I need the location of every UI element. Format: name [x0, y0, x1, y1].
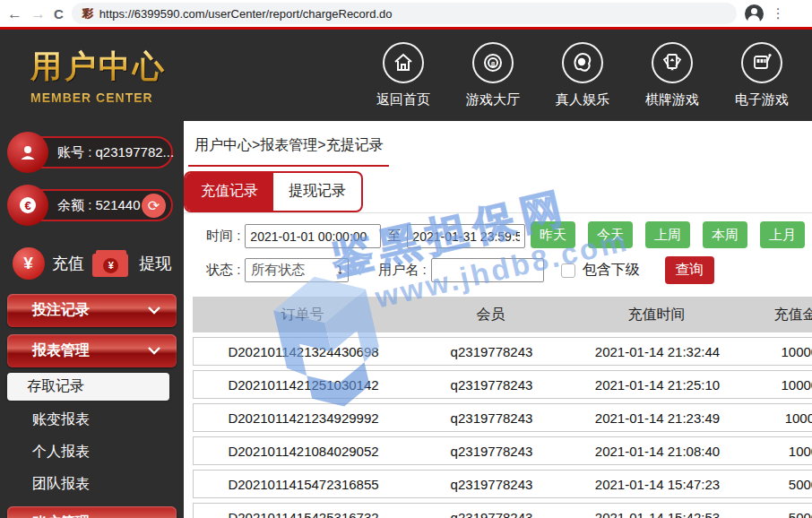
nav-item-home[interactable]: 返回首页 — [376, 42, 430, 108]
withdraw-label: 提现 — [139, 253, 171, 274]
cell-recharge-time: 2021-01-14 21:25:10 — [570, 377, 745, 393]
table-row[interactable]: D2021011421234929992 q2319778243 2021-01… — [193, 403, 812, 432]
menu-label: 报表管理 — [32, 341, 90, 360]
svg-text:8: 8 — [491, 60, 496, 68]
sidebar-item-deposit-withdraw-records[interactable]: 存取记录 — [7, 373, 169, 401]
table-row[interactable]: D2021011421251030142 q2319778243 2021-01… — [193, 370, 812, 399]
today-button[interactable]: 今天 — [588, 221, 633, 248]
yuan-coin-icon: ¥ — [13, 247, 45, 280]
status-select[interactable]: 所有状态 ⤵ — [245, 258, 349, 282]
menu-label: 账户管理 — [32, 514, 90, 518]
table-row[interactable]: D2021011421084029052 q2319778243 2021-01… — [193, 436, 812, 465]
site-logo: 用户中心 MEMBER CENTER — [30, 46, 167, 105]
time-to-input[interactable] — [407, 224, 525, 248]
cell-order-no: D2021011421234929992 — [194, 410, 413, 426]
sidebar-item-bet-records[interactable]: 投注记录 — [7, 294, 177, 327]
filter-row-status: 状态 : 所有状态 ⤵ 用户名 : 包含下级 查询 — [206, 257, 812, 283]
record-tabs: 充值记录 提现记录 — [184, 171, 363, 212]
cell-member: q2319778243 — [413, 344, 570, 359]
yesterday-button[interactable]: 昨天 — [531, 221, 575, 248]
sidebar: 账号 : q23197782... € 余额 : 521440 ⟳ ¥ 充值 ¥… — [0, 121, 184, 518]
withdraw-button[interactable]: ¥ 提现 — [92, 250, 171, 278]
browser-back-icon[interactable]: ← — [7, 6, 22, 22]
cell-recharge-time: 2021-01-14 15:42:53 — [570, 510, 745, 518]
nav-item-label: 游戏大厅 — [466, 91, 520, 108]
sidebar-item-team-report[interactable]: 团队报表 — [13, 469, 171, 499]
sidebar-item-personal-report[interactable]: 个人报表 — [13, 436, 171, 467]
cell-member: q2319778243 — [413, 410, 570, 426]
username-label: 用户名 : — [378, 262, 426, 279]
table-row[interactable]: D2021011415425316732 q2319778243 2021-01… — [193, 503, 812, 518]
refresh-balance-icon[interactable]: ⟳ — [142, 194, 166, 218]
url-text: https://6399590.com/userCenter/report/ch… — [99, 7, 393, 21]
account-pill: 账号 : q23197782... — [7, 132, 175, 173]
recharge-button[interactable]: ¥ 充值 — [13, 247, 84, 280]
last-month-button[interactable]: 上月 — [760, 221, 805, 248]
chevron-down-icon — [148, 306, 160, 315]
top-nav: 返回首页 8 游戏大厅 真人娱乐 棋牌游戏 电子游戏 — [376, 42, 812, 108]
cell-member: q2319778243 — [413, 377, 570, 393]
cell-member: q2319778243 — [413, 510, 570, 518]
status-value: 所有状态 — [251, 262, 305, 279]
cell-order-no: D2021011421084029052 — [194, 444, 413, 459]
sidebar-actions: ¥ 充值 ¥ 提现 — [4, 247, 180, 280]
browser-toolbar: ← → C 彩 https://6399590.com/userCenter/r… — [0, 0, 812, 27]
last-week-button[interactable]: 上周 — [645, 221, 690, 248]
browser-reload-icon[interactable]: C — [54, 6, 64, 22]
tab-recharge-records[interactable]: 充值记录 — [186, 173, 273, 211]
address-bar[interactable]: 彩 https://6399590.com/userCenter/report/… — [72, 3, 737, 24]
breadcrumb-underline — [188, 165, 389, 167]
cell-member: q2319778243 — [413, 477, 570, 492]
nav-item-label: 真人娱乐 — [556, 91, 609, 108]
menu-label: 个人报表 — [32, 443, 90, 462]
cell-recharge-amount: 5000 — [745, 477, 812, 492]
cell-member: q2319778243 — [413, 444, 570, 459]
wallet-icon: ¥ — [92, 250, 132, 278]
nav-item-slots[interactable]: 电子游戏 — [735, 42, 789, 108]
menu-label: 存取记录 — [27, 377, 84, 396]
tab-withdraw-records[interactable]: 提现记录 — [273, 173, 361, 211]
filter-panel: 时间 : 至 昨天 今天 上周 本周 上月 状态 : 所有状态 ⤵ — [184, 213, 812, 292]
menu-label: 团队报表 — [32, 475, 90, 494]
to-label: 至 — [387, 228, 401, 245]
col-order-no: 订单号 — [193, 306, 412, 324]
sidebar-item-report-management[interactable]: 报表管理 — [7, 334, 177, 367]
table-header-row: 订单号 会员 充值时间 充值金额 — [193, 297, 812, 332]
main-content: 鉴黑担保网 www.jhdb8.com 用户中心>报表管理>充提记录 充值记录 … — [184, 121, 812, 518]
cell-order-no: D2021011421251030142 — [194, 377, 413, 393]
time-from-input[interactable] — [245, 224, 381, 248]
table-row[interactable]: D2021011415472316855 q2319778243 2021-01… — [193, 470, 812, 498]
table-row[interactable]: D2021011421324430698 q2319778243 2021-01… — [193, 337, 812, 366]
cell-recharge-time: 2021-01-14 21:08:40 — [570, 444, 745, 459]
nav-item-board-games[interactable]: 棋牌游戏 — [645, 42, 699, 108]
live-dealer-icon — [562, 42, 603, 83]
menu-label: 账变报表 — [32, 410, 90, 429]
cell-recharge-amount: 100000 — [745, 344, 812, 359]
home-icon — [383, 42, 424, 83]
browser-forward-icon[interactable]: → — [30, 6, 46, 22]
sidebar-item-account-management[interactable]: 账户管理 — [7, 506, 177, 518]
breadcrumb: 用户中心>报表管理>充提记录 — [184, 121, 812, 155]
logo-subtitle: MEMBER CENTER — [30, 91, 167, 105]
browser-profile-icon[interactable] — [745, 4, 764, 23]
cell-order-no: D2021011421324430698 — [194, 344, 413, 359]
chevron-down-icon — [148, 347, 160, 355]
nav-item-live-casino[interactable]: 真人娱乐 — [556, 42, 609, 108]
sidebar-item-account-change-report[interactable]: 账变报表 — [13, 404, 171, 435]
browser-menu-icon[interactable]: ⋮ — [772, 5, 785, 22]
cell-order-no: D2021011415425316732 — [194, 510, 413, 518]
include-subordinates-checkbox[interactable] — [561, 263, 575, 278]
col-member: 会员 — [412, 306, 569, 324]
this-week-button[interactable]: 本周 — [703, 221, 747, 248]
chevron-down-icon: ⤵ — [337, 263, 343, 277]
balance-pill: € 余额 : 521440 ⟳ — [7, 185, 175, 226]
menu-label: 投注记录 — [32, 301, 90, 320]
search-button[interactable]: 查询 — [665, 256, 714, 284]
billiard-icon: 8 — [472, 42, 514, 83]
nav-item-label: 棋牌游戏 — [645, 91, 699, 108]
nav-item-game-hall[interactable]: 8 游戏大厅 — [466, 42, 520, 108]
username-input[interactable] — [431, 258, 544, 282]
status-label: 状态 : — [206, 262, 240, 279]
cell-recharge-amount: 1000 — [745, 444, 812, 459]
cards-icon — [652, 42, 693, 83]
